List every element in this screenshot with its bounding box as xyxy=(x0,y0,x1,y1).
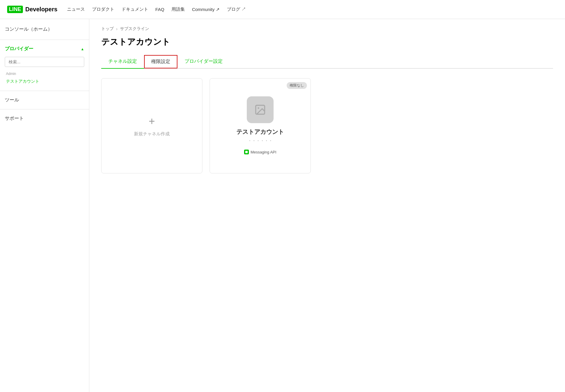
messaging-api-icon-inner xyxy=(245,151,248,153)
plus-icon: + xyxy=(149,115,155,128)
no-permission-badge: 権限なし xyxy=(287,82,307,89)
logo-line: LINE xyxy=(7,6,23,13)
svg-point-1 xyxy=(258,107,259,109)
account-card[interactable]: 権限なし テストアカウント ・・・・・・ Messaging API xyxy=(210,78,311,173)
add-channel-label: 新規チャネル作成 xyxy=(134,131,170,137)
sidebar-support[interactable]: サポート xyxy=(0,109,89,128)
sidebar-provider-header[interactable]: プロバイダー ▲ xyxy=(5,46,84,52)
nav-news[interactable]: ニュース xyxy=(67,7,85,12)
breadcrumb-top[interactable]: トップ xyxy=(101,26,114,32)
main-content: トップ › サブスクライン テストアカウント チャネル設定 権限設定 プロバイダ… xyxy=(89,19,565,392)
image-placeholder-icon xyxy=(254,104,266,116)
sidebar-tools[interactable]: ツール xyxy=(0,91,89,109)
sidebar-console-home[interactable]: コンソール（ホーム） xyxy=(5,25,84,34)
add-channel-card[interactable]: + 新規チャネル作成 xyxy=(101,78,202,173)
breadcrumb-current: サブスクライン xyxy=(120,26,149,32)
logo[interactable]: LINE Developers xyxy=(7,6,57,13)
breadcrumb: トップ › サブスクライン xyxy=(101,26,553,32)
tab-provider-settings[interactable]: プロバイダー設定 xyxy=(177,55,230,68)
tab-channel-settings[interactable]: チャネル設定 xyxy=(101,55,144,68)
logo-developers: Developers xyxy=(25,6,57,13)
sidebar-admin-label: Admin xyxy=(5,72,84,76)
layout: コンソール（ホーム） プロバイダー ▲ Admin テストアカウント ツール サ… xyxy=(0,19,565,392)
sidebar-home-section: コンソール（ホーム） xyxy=(0,19,89,40)
account-icon-wrap xyxy=(247,96,274,123)
sidebar-provider-section: プロバイダー ▲ Admin テストアカウント xyxy=(0,40,89,91)
api-label: Messaging API xyxy=(251,150,277,154)
chevron-up-icon: ▲ xyxy=(81,47,84,51)
tab-permission-settings[interactable]: 権限設定 xyxy=(144,55,177,68)
main-nav: ニュース プロダクト ドキュメント FAQ 用語集 Community ↗ ブロ… xyxy=(67,7,246,12)
tabs: チャネル設定 権限設定 プロバイダー設定 xyxy=(101,55,553,69)
messaging-api-icon xyxy=(244,150,249,154)
sidebar-account-link[interactable]: テストアカウント xyxy=(5,78,84,85)
nav-community[interactable]: Community ↗ xyxy=(192,7,220,12)
header: LINE Developers ニュース プロダクト ドキュメント FAQ 用語… xyxy=(0,0,565,19)
nav-docs[interactable]: ドキュメント xyxy=(121,7,148,12)
nav-blog[interactable]: ブログ ↗ xyxy=(227,7,246,12)
sidebar-search-wrapper xyxy=(5,57,84,67)
breadcrumb-separator: › xyxy=(116,26,118,31)
sidebar-provider-label: プロバイダー xyxy=(5,46,33,52)
account-card-sub: ・・・・・・ xyxy=(248,138,273,144)
search-input[interactable] xyxy=(5,57,84,67)
account-card-name: テストアカウント xyxy=(236,128,284,136)
cards-grid: + 新規チャネル作成 権限なし テストアカウント ・・・・・・ xyxy=(101,78,553,173)
api-badge: Messaging API xyxy=(244,150,277,154)
page-title: テストアカウント xyxy=(101,36,553,48)
nav-faq[interactable]: FAQ xyxy=(155,7,164,12)
nav-products[interactable]: プロダクト xyxy=(92,7,114,12)
sidebar: コンソール（ホーム） プロバイダー ▲ Admin テストアカウント ツール サ… xyxy=(0,19,89,392)
nav-glossary[interactable]: 用語集 xyxy=(171,7,185,12)
